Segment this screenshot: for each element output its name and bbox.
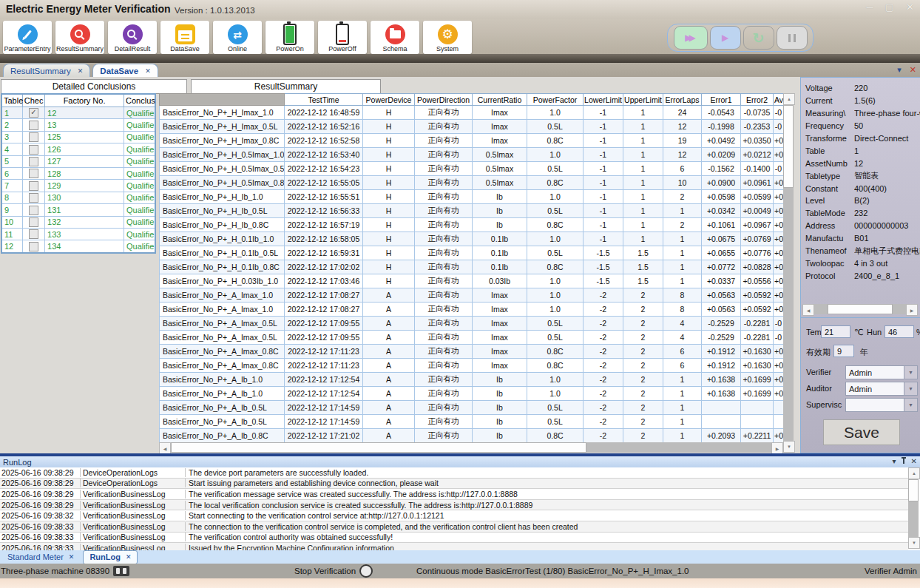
scroll-right-icon[interactable]: ▶ bbox=[771, 442, 783, 454]
scroll-up-icon[interactable]: ▲ bbox=[908, 467, 920, 479]
maximize-button[interactable]: ▢ bbox=[885, 1, 894, 13]
table-row[interactable]: 1✓12Qualifie bbox=[1, 107, 155, 119]
fast-forward-button[interactable]: ▶▶ bbox=[674, 26, 708, 50]
temperature-input[interactable]: 21 bbox=[821, 325, 850, 338]
row-checkbox[interactable] bbox=[29, 193, 38, 203]
table-row[interactable]: 3125Qualifie bbox=[1, 131, 155, 143]
online-button[interactable]: ⇄Online bbox=[213, 21, 262, 54]
scrollbar-thumb[interactable] bbox=[783, 105, 794, 188]
scrollbar-thumb[interactable] bbox=[908, 479, 919, 501]
scroll-down-icon[interactable]: ▼ bbox=[908, 537, 920, 549]
result-row[interactable]: BasicError_No_P+_A_Ib_0.8C2022-12-12 17:… bbox=[160, 429, 784, 443]
result-row[interactable]: BasicError_No_P+_A_Imax_1.02022-12-12 17… bbox=[160, 288, 784, 303]
result-row[interactable]: BasicError_No_P+_A_Imax_0.8C2022-12-12 1… bbox=[160, 345, 784, 359]
table-row[interactable]: 4126Qualifie bbox=[1, 143, 155, 155]
row-checkbox[interactable] bbox=[29, 121, 38, 130]
tab-close-icon[interactable]: ✕ bbox=[910, 65, 916, 75]
tab-close-icon[interactable]: ✕ bbox=[126, 553, 132, 561]
validity-input[interactable]: 9 bbox=[833, 345, 854, 357]
close-button[interactable]: ✕ bbox=[906, 1, 914, 13]
table-row[interactable]: 213Qualifie bbox=[1, 119, 155, 131]
table-row[interactable]: 7129Qualifie bbox=[1, 180, 155, 192]
pin-icon[interactable] bbox=[903, 459, 904, 464]
row-checkbox[interactable] bbox=[29, 132, 38, 142]
result-row[interactable]: BasicError_No_P+_A_Imax_1.02022-12-12 17… bbox=[160, 303, 784, 317]
result-row[interactable]: BasicError_No_P+_H_Ib_0.5L2022-12-12 16:… bbox=[160, 204, 784, 218]
dropdown-arrow-icon[interactable]: ▼ bbox=[904, 382, 918, 396]
panel-menu-icon[interactable]: ▾ bbox=[893, 457, 896, 465]
loop-button[interactable]: ↻ bbox=[743, 26, 774, 50]
parameterentry-button[interactable]: ParameterEntry bbox=[3, 21, 52, 54]
schema-button[interactable]: Schema bbox=[371, 21, 419, 54]
log-row[interactable]: 2025-06-16 09:38:33VerificationBusinessL… bbox=[0, 533, 908, 544]
table-horizontal-scrollbar[interactable]: ◀ ▶ bbox=[159, 442, 783, 453]
dropdown-arrow-icon[interactable]: ▼ bbox=[904, 365, 918, 379]
runlog-vertical-scrollbar[interactable]: ▲ ▼ bbox=[908, 467, 919, 549]
tab-datasave[interactable]: DataSave✕ bbox=[92, 64, 158, 78]
pause-button[interactable] bbox=[777, 26, 808, 50]
table-row[interactable]: 10132Qualifie bbox=[1, 216, 155, 228]
result-row[interactable]: BasicError_No_P+_A_Ib_0.5L2022-12-12 17:… bbox=[160, 401, 784, 415]
row-checkbox[interactable] bbox=[29, 169, 38, 178]
result-row[interactable]: BasicError_No_P+_H_0.1Ib_0.8C2022-12-12 … bbox=[160, 260, 784, 274]
log-row[interactable]: 2025-06-16 09:38:29VerificationBusinessL… bbox=[0, 500, 908, 511]
verifier-dropdown[interactable]: Admin ▼ bbox=[845, 365, 918, 379]
detailresult-button[interactable]: DetailResult bbox=[108, 21, 157, 54]
result-row[interactable]: BasicError_No_P+_A_Imax_0.5L2022-12-12 1… bbox=[160, 317, 784, 331]
scroll-left-icon[interactable]: ◀ bbox=[802, 304, 814, 316]
save-button[interactable]: Save bbox=[823, 419, 900, 445]
auditor-dropdown[interactable]: Admin ▼ bbox=[845, 382, 918, 396]
log-row[interactable]: 2025-06-16 09:38:29DeviceOperationLogsSt… bbox=[0, 479, 908, 490]
result-row[interactable]: BasicError_No_P+_A_Imax_0.5L2022-12-12 1… bbox=[160, 331, 784, 345]
tab-close-icon[interactable]: ✕ bbox=[145, 67, 151, 75]
tab-close-icon[interactable]: ✕ bbox=[78, 67, 84, 75]
scroll-left-icon[interactable]: ◀ bbox=[159, 442, 171, 454]
scrollbar-thumb[interactable] bbox=[828, 304, 893, 314]
play-button[interactable]: ▶ bbox=[710, 26, 741, 50]
log-row[interactable]: 2025-06-16 09:38:33VerificationBusinessL… bbox=[0, 521, 908, 533]
table-row[interactable]: 8130Qualifie bbox=[1, 192, 155, 203]
poweron-button[interactable]: PowerOn bbox=[265, 21, 314, 54]
supervisor-dropdown[interactable]: ▼ bbox=[845, 398, 918, 412]
row-checkbox[interactable] bbox=[29, 145, 38, 155]
row-checkbox[interactable]: ✓ bbox=[29, 108, 38, 118]
log-row[interactable]: 2025-06-16 09:38:29VerificationBusinessL… bbox=[0, 489, 908, 500]
tab-resultsummary[interactable]: ResultSummary✕ bbox=[3, 64, 90, 78]
bottom-tab-runlog[interactable]: RunLog✕ bbox=[83, 550, 138, 564]
scroll-up-icon[interactable]: ▲ bbox=[783, 93, 795, 105]
result-row[interactable]: BasicError_No_P+_H_0.1Ib_1.02022-12-12 1… bbox=[160, 232, 784, 246]
result-row[interactable]: BasicError_No_P+_A_Ib_1.02022-12-12 17:1… bbox=[160, 373, 784, 387]
poweroff-button[interactable]: PowerOff bbox=[318, 21, 367, 54]
bottom-tab-standard-meter[interactable]: Standard Meter✕ bbox=[1, 551, 80, 564]
result-row[interactable]: BasicError_No_P+_H_Imax_0.8C2022-12-12 1… bbox=[160, 134, 784, 148]
scroll-down-icon[interactable]: ▼ bbox=[783, 441, 795, 453]
row-checkbox[interactable] bbox=[29, 242, 38, 251]
tab-list-dropdown-icon[interactable]: ▾ bbox=[897, 65, 902, 75]
result-row[interactable]: BasicError_No_P+_H_0.5Imax_1.02022-12-12… bbox=[160, 148, 784, 162]
scrollbar-thumb[interactable] bbox=[171, 442, 586, 453]
log-row[interactable]: 2025-06-16 09:38:29DeviceOperationLogsTh… bbox=[0, 467, 908, 479]
row-checkbox[interactable] bbox=[29, 181, 38, 191]
row-checkbox[interactable] bbox=[29, 157, 38, 166]
panel-horizontal-scrollbar[interactable]: ◀ ▶ bbox=[802, 304, 918, 314]
result-row[interactable]: BasicError_No_P+_H_Imax_1.02022-12-12 16… bbox=[160, 106, 784, 120]
table-row[interactable]: 6128Qualifie bbox=[1, 167, 155, 179]
stop-indicator-icon[interactable] bbox=[359, 564, 373, 578]
tab-close-icon[interactable]: ✕ bbox=[69, 553, 75, 561]
humidity-input[interactable]: 46 bbox=[885, 325, 914, 338]
row-checkbox[interactable] bbox=[29, 229, 38, 239]
row-checkbox[interactable] bbox=[29, 217, 38, 227]
log-row[interactable]: 2025-06-16 09:38:32VerificationBusinessL… bbox=[0, 510, 908, 521]
table-row[interactable]: 5127Qualifie bbox=[1, 155, 155, 167]
result-row[interactable]: BasicError_No_P+_A_Imax_0.8C2022-12-12 1… bbox=[160, 359, 784, 373]
result-row[interactable]: BasicError_No_P+_H_0.5Imax_0.5L2022-12-1… bbox=[160, 162, 784, 176]
system-button[interactable]: ⚙System bbox=[423, 21, 472, 54]
datasave-button[interactable]: DataSave bbox=[160, 21, 209, 54]
result-row[interactable]: BasicError_No_P+_H_0.1Ib_0.5L2022-12-12 … bbox=[160, 246, 784, 260]
result-row[interactable]: BasicError_No_P+_H_Imax_0.5L2022-12-12 1… bbox=[160, 120, 784, 134]
result-row[interactable]: BasicError_No_P+_H_Ib_1.02022-12-12 16:5… bbox=[160, 190, 784, 204]
minimize-button[interactable]: ─ bbox=[867, 1, 873, 13]
result-row[interactable]: BasicError_No_P+_A_Ib_0.5L2022-12-12 17:… bbox=[160, 415, 784, 429]
result-row[interactable]: BasicError_No_P+_H_0.03Ib_1.02022-12-12 … bbox=[160, 274, 784, 288]
resultsummary-button[interactable]: ResultSummary bbox=[55, 21, 104, 54]
